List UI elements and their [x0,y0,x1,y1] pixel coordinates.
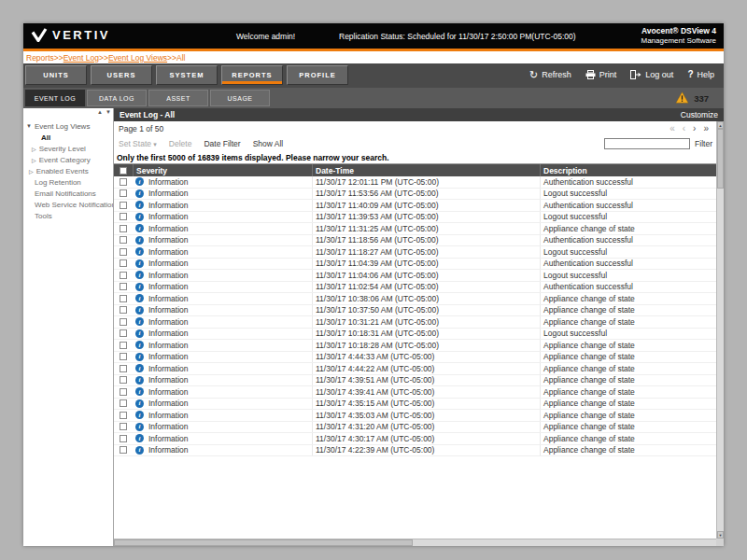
row-checkbox[interactable] [120,259,127,267]
refresh-button[interactable]: ↻ Refresh [529,70,571,79]
vertical-scrollbar-thumb[interactable] [717,129,724,189]
print-button[interactable]: Print [585,70,617,79]
row-checkbox[interactable] [120,435,127,442]
row-checkbox[interactable] [120,446,127,454]
subtab-data-log[interactable]: DATA LOG [87,90,147,106]
sidebar-scroll-up-icon[interactable]: ▲ [97,109,103,115]
table-row[interactable]: i Information 11/30/17 4:39:41 AM (UTC-0… [114,386,716,399]
table-row[interactable]: i Information 11/30/17 4:31:20 AM (UTC-0… [114,422,716,434]
table-row[interactable]: i Information 11/30/17 11:02:54 AM (UTC-… [114,282,716,294]
tab-units[interactable]: UNITS [25,65,87,85]
sidebar-group-event-log-views[interactable]: ▼ Event Log Views [23,120,113,132]
row-checkbox[interactable] [120,178,127,186]
scroll-down-icon[interactable]: ▼ [717,531,724,539]
first-page-button[interactable]: « [669,124,675,133]
row-checkbox[interactable] [120,213,127,220]
subtab-usage[interactable]: USAGE [210,90,270,106]
row-checkbox[interactable] [120,399,127,407]
table-row[interactable]: i Information 11/30/17 11:53:56 AM (UTC-… [114,189,716,201]
table-row[interactable]: i Information 11/30/17 11:31:25 AM (UTC-… [114,223,716,235]
row-checkbox[interactable] [120,412,127,419]
row-checkbox[interactable] [120,365,127,372]
sidebar-item-all[interactable]: All [23,132,113,143]
tree-expand-icon[interactable]: ▷ [32,157,36,163]
row-checkbox[interactable] [120,225,127,232]
set-state-button[interactable]: Set State ▾ [119,139,157,148]
row-checkbox[interactable] [120,306,127,314]
customize-link[interactable]: Customize [681,110,718,119]
table-row[interactable]: i Information 11/30/17 10:18:31 AM (UTC-… [114,329,716,341]
sidebar-item-email-notifications[interactable]: Email Notifications [23,188,113,199]
show-all-button[interactable]: Show All [253,139,284,148]
breadcrumb-event-log-views-link[interactable]: Event Log Views [108,53,167,63]
sidebar-item-event-category[interactable]: ▷ Event Category [23,154,113,165]
row-checkbox[interactable] [120,248,127,256]
tab-reports[interactable]: REPORTS [221,65,283,85]
table-row[interactable]: i Information 11/30/17 4:44:22 AM (UTC-0… [114,363,716,375]
row-checkbox[interactable] [120,189,127,197]
row-checkbox[interactable] [120,388,127,396]
date-filter-button[interactable]: Date Filter [204,139,240,148]
tree-expand-icon[interactable]: ▷ [32,146,36,152]
delete-button[interactable]: Delete [169,139,192,148]
prev-page-button[interactable]: ‹ [683,124,685,133]
alert-badge[interactable]: 337 [675,91,709,105]
help-button[interactable]: ? Help [687,69,714,79]
table-row[interactable]: i Information 11/30/17 4:35:03 AM (UTC-0… [114,410,716,422]
subtab-event-log[interactable]: EVENT LOG [25,90,85,106]
sidebar-item-enabled-events[interactable]: ▷ Enabled Events [23,165,113,176]
row-checkbox[interactable] [120,283,127,290]
table-row[interactable]: i Information 11/30/17 10:31:21 AM (UTC-… [114,316,716,329]
row-checkbox[interactable] [120,318,127,326]
table-row[interactable]: i Information 11/30/17 11:18:56 AM (UTC-… [114,235,716,247]
sidebar-item-tools[interactable]: Tools [23,210,113,221]
tab-profile[interactable]: PROFILE [287,65,348,85]
tree-collapse-icon[interactable]: ▼ [26,123,32,129]
sidebar-item-log-retention[interactable]: Log Retention [23,176,113,188]
column-header-severity[interactable]: Severity [133,164,312,176]
breadcrumb-event-log-link[interactable]: Event Log [63,53,99,63]
table-row[interactable]: i Information 11/30/17 11:40:09 AM (UTC-… [114,200,716,212]
table-row[interactable]: i Information 11/30/17 11:18:27 AM (UTC-… [114,246,716,259]
row-checkbox[interactable] [120,202,127,209]
table-row[interactable]: i Information 11/30/17 10:18:28 AM (UTC-… [114,340,716,352]
sidebar-scroll-down-icon[interactable]: ▼ [106,109,111,115]
row-checkbox[interactable] [120,236,127,244]
scroll-up-icon[interactable]: ▲ [717,121,724,129]
table-row[interactable]: i Information 11/30/17 11:04:06 AM (UTC-… [114,270,716,282]
table-row[interactable]: i Information 11/30/17 11:04:39 AM (UTC-… [114,259,716,271]
table-row[interactable]: i Information 11/30/17 4:22:39 AM (UTC-0… [114,445,716,457]
table-row[interactable]: i Information 11/30/17 4:44:33 AM (UTC-0… [114,352,716,364]
row-checkbox[interactable] [120,353,127,360]
table-row[interactable]: i Information 11/30/17 4:39:51 AM (UTC-0… [114,375,716,387]
filter-button[interactable]: Filter [695,139,712,148]
row-checkbox[interactable] [120,295,127,302]
tab-system[interactable]: SYSTEM [156,65,218,85]
filter-input[interactable] [604,138,690,149]
logout-button[interactable]: Log out [630,70,673,79]
sidebar-item-web-service-notifications[interactable]: Web Service Notifications [23,199,113,210]
tab-users[interactable]: USERS [91,65,152,85]
row-checkbox[interactable] [120,329,127,337]
table-row[interactable]: i Information 11/30/17 12:01:11 PM (UTC-… [114,176,716,189]
tree-expand-icon[interactable]: ▷ [29,168,34,175]
row-checkbox[interactable] [120,342,127,349]
row-checkbox[interactable] [120,376,127,384]
horizontal-scrollbar[interactable] [114,539,716,546]
next-page-button[interactable]: › [693,124,696,133]
row-checkbox[interactable] [120,423,127,430]
table-row[interactable]: i Information 11/30/17 10:37:50 AM (UTC-… [114,305,716,317]
horizontal-scrollbar-thumb[interactable] [114,539,413,546]
table-row[interactable]: i Information 11/30/17 10:38:06 AM (UTC-… [114,293,716,305]
table-row[interactable]: i Information 11/30/17 4:35:15 AM (UTC-0… [114,399,716,411]
table-row[interactable]: i Information 11/30/17 11:39:53 AM (UTC-… [114,212,716,224]
vertical-scrollbar[interactable]: ▲ ▼ [716,121,724,539]
row-checkbox[interactable] [120,272,127,279]
select-all-checkbox[interactable] [120,167,127,175]
last-page-button[interactable]: » [703,124,709,133]
subtab-asset[interactable]: ASSET [148,90,208,106]
sidebar-item-severity-level[interactable]: ▷ Severity Level [23,143,113,154]
column-header-date-time[interactable]: Date-Time [312,164,540,176]
column-header-description[interactable]: Description [540,164,716,176]
table-row[interactable]: i Information 11/30/17 4:30:17 AM (UTC-0… [114,433,716,445]
